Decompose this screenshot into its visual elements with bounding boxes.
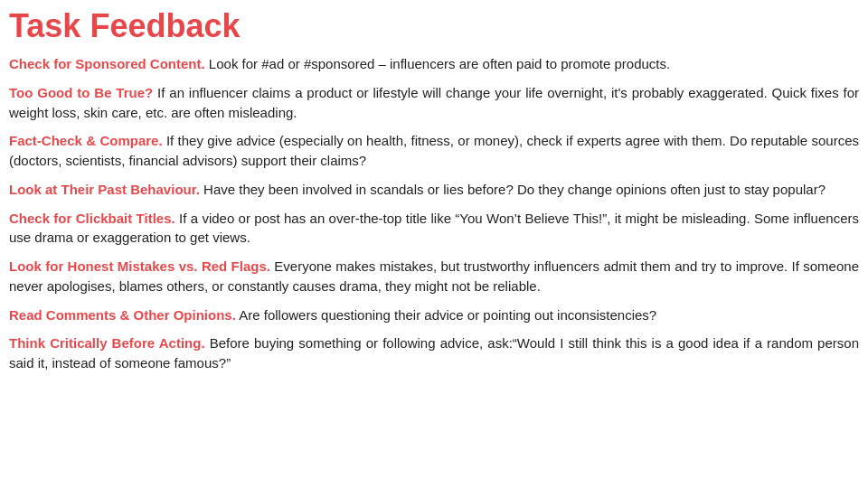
section-body-past-behaviour: Have they been involved in scandals or l…: [200, 182, 826, 197]
section-sponsored: Check for Sponsored Content. Look for #a…: [9, 54, 859, 74]
section-title-sponsored: Check for Sponsored Content.: [9, 56, 205, 71]
section-title-too-good: Too Good to Be True?: [9, 85, 153, 100]
page-title: Task Feedback: [9, 7, 859, 45]
section-too-good: Too Good to Be True? If an influencer cl…: [9, 83, 859, 123]
section-critically: Think Critically Before Acting. Before b…: [9, 333, 859, 373]
section-title-fact-check: Fact-Check & Compare.: [9, 133, 163, 148]
section-title-comments: Read Comments & Other Opinions.: [9, 307, 236, 323]
section-title-honest-mistakes: Look for Honest Mistakes vs. Red Flags.: [9, 258, 270, 274]
section-past-behaviour: Look at Their Past Behaviour. Have they …: [9, 180, 859, 200]
section-clickbait: Check for Clickbait Titles. If a video o…: [9, 209, 859, 249]
section-comments: Read Comments & Other Opinions. Are foll…: [9, 305, 859, 325]
section-fact-check: Fact-Check & Compare. If they give advic…: [9, 131, 859, 171]
section-body-sponsored: Look for #ad or #sponsored – influencers…: [205, 56, 670, 71]
section-title-clickbait: Check for Clickbait Titles.: [9, 211, 175, 226]
section-body-comments: Are followers questioning their advice o…: [236, 307, 656, 323]
section-honest-mistakes: Look for Honest Mistakes vs. Red Flags. …: [9, 257, 859, 296]
section-title-past-behaviour: Look at Their Past Behaviour.: [9, 182, 200, 197]
section-title-critically: Think Critically Before Acting.: [9, 335, 205, 351]
